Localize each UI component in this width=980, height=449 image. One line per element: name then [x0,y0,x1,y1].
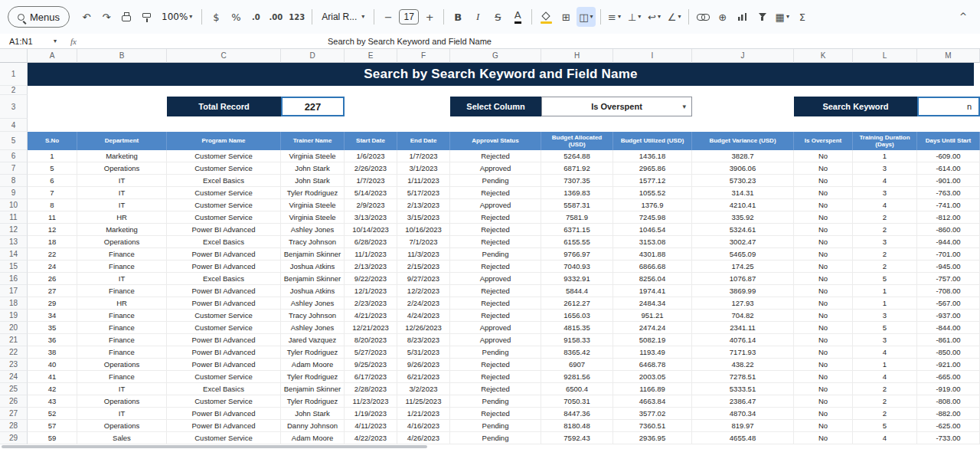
table-cell[interactable]: Finance [77,248,167,261]
total-record-value[interactable]: 227 [281,97,345,116]
table-cell[interactable]: 5333.51 [692,383,794,395]
row-header[interactable]: 29 [0,432,28,444]
table-cell[interactable]: No [794,371,853,383]
table-cell[interactable]: 1046.54 [613,224,692,236]
table-cell[interactable]: 3 [853,310,917,322]
table-cell[interactable]: 9158.33 [541,334,613,346]
table-cell[interactable]: 12/1/2023 [345,285,397,297]
table-cell[interactable]: 5264.88 [541,150,613,162]
horizontal-scrollbar-thumb[interactable] [2,445,427,448]
table-cell[interactable]: 4/22/2023 [345,432,397,444]
table-cell[interactable]: No [794,199,853,211]
table-cell[interactable]: Pending [450,175,541,187]
table-cell[interactable]: 4663.84 [613,395,692,408]
table-cell[interactable]: 8256.04 [613,273,692,285]
row-header[interactable]: 2 [0,86,28,95]
table-cell[interactable]: 1 [853,285,917,297]
undo-button[interactable]: ↶ [77,7,96,27]
table-cell[interactable]: 22 [28,248,77,261]
table-cell[interactable]: 5 [853,420,917,432]
table-cell[interactable]: 3/15/2023 [397,211,450,224]
table-cell[interactable]: No [794,162,853,175]
table-cell[interactable]: 1974.41 [613,285,692,297]
table-cell[interactable]: Operations [77,359,167,371]
table-cell[interactable]: -708.00 [917,285,980,297]
table-cell[interactable]: 6871.92 [541,162,613,175]
row-header[interactable]: 5 [0,132,28,150]
table-cell[interactable]: No [794,273,853,285]
table-cell[interactable]: Rejected [450,211,541,224]
table-cell[interactable]: 951.21 [613,310,692,322]
table-cell[interactable]: 8447.36 [541,408,613,420]
column-header-A[interactable]: A [28,49,77,63]
table-cell[interactable]: 6866.68 [613,261,692,273]
table-cell[interactable]: 3 [853,236,917,248]
row-header[interactable]: 11 [0,211,28,224]
table-cell[interactable]: Danny Johnson [281,420,345,432]
table-cell[interactable]: 1193.49 [613,346,692,359]
table-cell[interactable]: Excel Basics [167,236,281,248]
table-cell[interactable]: 5324.61 [692,224,794,236]
table-cell[interactable]: 4076.14 [692,334,794,346]
table-cell[interactable]: 2/23/2023 [345,297,397,310]
table-cell[interactable]: -945.00 [917,261,980,273]
increase-decimal-button[interactable]: .00 [266,7,285,27]
table-cell[interactable]: -763.00 [917,187,980,199]
redo-button[interactable]: ↷ [97,7,116,27]
row-header[interactable]: 17 [0,285,28,297]
table-cell[interactable]: 3577.02 [613,408,692,420]
table-cell[interactable]: No [794,408,853,420]
table-cell[interactable]: -733.00 [917,432,980,444]
table-cell[interactable]: 5/17/2023 [397,187,450,199]
table-cell[interactable]: -609.00 [917,150,980,162]
table-cell[interactable]: Operations [77,395,167,408]
functions-button[interactable]: Σ [793,7,812,27]
text-rotation-button[interactable]: ∠ ▾ [665,7,684,27]
decrease-font-size-button[interactable]: − [379,7,397,27]
row-header[interactable]: 21 [0,334,28,346]
insert-comment-button[interactable]: ⊕ [714,7,732,27]
table-cell[interactable]: Tyler Rodriguez [281,187,345,199]
table-cell[interactable]: No [794,187,853,199]
table-cell[interactable]: 2341.11 [692,322,794,334]
vertical-align-button[interactable]: ⊥ ▾ [626,7,644,27]
table-cell[interactable]: No [794,383,853,395]
print-button[interactable] [117,7,136,27]
table-cell[interactable]: Power BI Advanced [167,261,281,273]
table-cell[interactable]: 2/28/2023 [345,383,397,395]
table-cell[interactable]: 7 [28,187,77,199]
table-cell[interactable]: 5844.4 [541,285,613,297]
table-cell[interactable]: Customer Service [167,432,281,444]
row-header[interactable]: 27 [0,408,28,420]
sheet-title[interactable]: Search by Search Keyword and Field Name [28,63,974,86]
table-cell[interactable]: 2 [853,395,917,408]
table-cell[interactable]: 7592.43 [541,432,613,444]
bold-button[interactable]: B [449,7,467,27]
table-cell[interactable]: Tracy Johnson [281,236,345,248]
table-cell[interactable]: 9/26/2023 [397,359,450,371]
table-cell[interactable]: Customer Service [167,211,281,224]
table-cell[interactable]: No [794,359,853,371]
create-filter-button[interactable] [753,7,772,27]
row-header[interactable]: 7 [0,162,28,175]
table-cell[interactable]: Ashley Jones [281,322,345,334]
table-cell[interactable]: 10/14/2023 [345,224,397,236]
table-cell[interactable]: 29 [28,297,77,310]
table-cell[interactable]: Excel Basics [167,175,281,187]
table-cell[interactable]: Rejected [450,383,541,395]
font-size-input[interactable]: 17 [399,9,419,25]
text-color-button[interactable]: A [508,7,527,27]
table-cell[interactable]: Rejected [450,285,541,297]
zoom-select[interactable]: 100% ▾ [157,7,197,27]
table-cell[interactable]: 1577.12 [613,175,692,187]
table-cell[interactable]: 2 [853,211,917,224]
table-cell[interactable]: Ashley Jones [281,297,345,310]
column-header-F[interactable]: F [397,49,450,63]
table-cell[interactable]: 4 [853,371,917,383]
table-cell[interactable]: 18 [28,236,77,248]
table-cell[interactable]: No [794,285,853,297]
table-cell[interactable]: 4815.35 [541,322,613,334]
strikethrough-button[interactable]: S [488,7,507,27]
table-cell[interactable]: 9/25/2023 [345,359,397,371]
table-cell[interactable]: 6500.4 [541,383,613,395]
